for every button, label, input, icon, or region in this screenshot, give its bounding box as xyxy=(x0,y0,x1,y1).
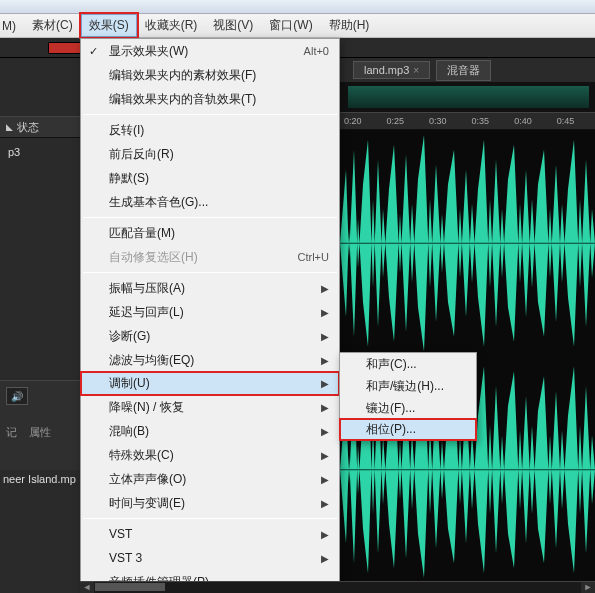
menu-item-label: 特殊效果(C) xyxy=(109,447,174,464)
menu-item-window[interactable]: 窗口(W) xyxy=(261,14,320,37)
ruler-mark: 0:25 xyxy=(387,116,405,126)
menu-item[interactable]: ✓显示效果夹(W)Alt+0 xyxy=(81,39,339,63)
scroll-track[interactable] xyxy=(94,582,581,593)
menu-item[interactable]: 降噪(N) / 恢复▶ xyxy=(81,395,339,419)
menu-item-label: 混响(B) xyxy=(109,423,149,440)
menu-item[interactable]: 混响(B)▶ xyxy=(81,419,339,443)
panel-header-status[interactable]: ◣ 状态 xyxy=(0,116,80,138)
status-label: 状态 xyxy=(17,120,39,135)
submenu-arrow-icon: ▶ xyxy=(321,355,329,366)
menu-item-effects[interactable]: 效果(S) xyxy=(81,14,137,37)
menu-item-label: 生成基本音色(G)... xyxy=(109,194,208,211)
menu-item-label: 降噪(N) / 恢复 xyxy=(109,399,184,416)
menu-item[interactable]: 振幅与压限(A)▶ xyxy=(81,276,339,300)
menu-separator xyxy=(83,518,337,519)
menu-item[interactable]: 编辑效果夹内的素材效果(F) xyxy=(81,63,339,87)
menu-item[interactable]: 特殊效果(C)▶ xyxy=(81,443,339,467)
horizontal-scrollbar[interactable]: ◄ ► xyxy=(80,581,595,593)
submenu-item[interactable]: 和声(C)... xyxy=(340,353,476,375)
menu-item[interactable]: 反转(I) xyxy=(81,118,339,142)
submenu-item[interactable]: 相位(P)... xyxy=(340,419,476,440)
mixer-tab-label: 混音器 xyxy=(447,63,480,78)
menu-item-label: 延迟与回声(L) xyxy=(109,304,184,321)
menu-item[interactable]: 匹配音量(M) xyxy=(81,221,339,245)
menu-item: 自动修复选区(H)Ctrl+U xyxy=(81,245,339,269)
bottom-filename: neer Island.mp xyxy=(0,470,80,488)
menu-shortcut: Alt+0 xyxy=(304,45,329,57)
close-icon[interactable]: × xyxy=(413,65,419,76)
menu-item-label: VST xyxy=(109,527,132,541)
file-item[interactable]: p3 xyxy=(8,144,72,160)
file-tab-label: land.mp3 xyxy=(364,64,409,76)
submenu-item[interactable]: 和声/镶边(H)... xyxy=(340,375,476,397)
speaker-icon[interactable]: 🔊 xyxy=(6,387,28,405)
menu-item-label: 调制(U) xyxy=(109,375,150,392)
menu-item-label: 立体声声像(O) xyxy=(109,471,186,488)
menu-item[interactable]: 时间与变调(E)▶ xyxy=(81,491,339,515)
ruler-mark: 0:30 xyxy=(429,116,447,126)
menu-item[interactable]: 滤波与均衡(EQ)▶ xyxy=(81,348,339,372)
file-tab[interactable]: land.mp3 × xyxy=(353,61,430,79)
menu-item-label: 反转(I) xyxy=(109,122,144,139)
menu-item-help[interactable]: 帮助(H) xyxy=(321,14,378,37)
menu-item-label: 诊断(G) xyxy=(109,328,150,345)
menu-item[interactable]: 诊断(G)▶ xyxy=(81,324,339,348)
submenu-arrow-icon: ▶ xyxy=(321,402,329,413)
ruler-mark: 0:40 xyxy=(514,116,532,126)
menu-item-label: 时间与变调(E) xyxy=(109,495,185,512)
menu-item-label: 前后反向(R) xyxy=(109,146,174,163)
menu-item-label: 匹配音量(M) xyxy=(109,225,175,242)
scroll-thumb[interactable] xyxy=(95,583,165,591)
ruler-mark: 0:45 xyxy=(557,116,575,126)
files-list: p3 xyxy=(0,138,80,166)
menu-item[interactable]: 调制(U)▶ xyxy=(81,372,339,395)
scroll-left-icon[interactable]: ◄ xyxy=(80,582,94,593)
menu-item-label: 编辑效果夹内的音轨效果(T) xyxy=(109,91,256,108)
tab-record[interactable]: 记 xyxy=(0,423,23,442)
waveform-overview[interactable] xyxy=(340,82,595,112)
menu-item-label: 滤波与均衡(EQ) xyxy=(109,352,194,369)
menu-shortcut: Ctrl+U xyxy=(298,251,329,263)
left-panel: ◣ 状态 p3 xyxy=(0,58,80,593)
menu-item[interactable]: 延迟与回声(L)▶ xyxy=(81,300,339,324)
menu-item[interactable]: 静默(S) xyxy=(81,166,339,190)
ruler-mark: 0:35 xyxy=(472,116,490,126)
menu-item-label: 显示效果夹(W) xyxy=(109,43,188,60)
menu-separator xyxy=(83,217,337,218)
mixer-tab[interactable]: 混音器 xyxy=(436,60,491,81)
menu-item[interactable]: VST▶ xyxy=(81,522,339,546)
menu-item[interactable]: M) xyxy=(2,16,24,36)
effects-dropdown-menu: ✓显示效果夹(W)Alt+0编辑效果夹内的素材效果(F)编辑效果夹内的音轨效果(… xyxy=(80,38,340,593)
submenu-arrow-icon: ▶ xyxy=(321,474,329,485)
scroll-right-icon[interactable]: ► xyxy=(581,582,595,593)
menu-item-material[interactable]: 素材(C) xyxy=(24,14,81,37)
menu-item[interactable]: 生成基本音色(G)... xyxy=(81,190,339,214)
menu-item-view[interactable]: 视图(V) xyxy=(205,14,261,37)
submenu-item-label: 镶边(F)... xyxy=(366,400,415,417)
submenu-arrow-icon: ▶ xyxy=(321,378,329,389)
menu-item[interactable]: 前后反向(R) xyxy=(81,142,339,166)
submenu-arrow-icon: ▶ xyxy=(321,426,329,437)
menu-bar: M) 素材(C) 效果(S) 收藏夹(R) 视图(V) 窗口(W) 帮助(H) xyxy=(0,14,595,38)
menu-item-label: 自动修复选区(H) xyxy=(109,249,198,266)
triangle-icon: ◣ xyxy=(6,122,13,132)
time-ruler[interactable]: 0:20 0:25 0:30 0:35 0:40 0:45 0:50 0:5 xyxy=(340,112,595,130)
menu-item-label: 振幅与压限(A) xyxy=(109,280,185,297)
submenu-arrow-icon: ▶ xyxy=(321,331,329,342)
submenu-item[interactable]: 镶边(F)... xyxy=(340,397,476,419)
waveform-area: land.mp3 × 混音器 0:20 0:25 0:30 0:35 0:40 … xyxy=(340,58,595,593)
check-icon: ✓ xyxy=(89,45,98,58)
menu-item[interactable]: 编辑效果夹内的音轨效果(T) xyxy=(81,87,339,111)
submenu-arrow-icon: ▶ xyxy=(321,498,329,509)
submenu-arrow-icon: ▶ xyxy=(321,307,329,318)
menu-item-favorites[interactable]: 收藏夹(R) xyxy=(137,14,206,37)
window-titlebar xyxy=(0,0,595,14)
menu-item[interactable]: 立体声声像(O)▶ xyxy=(81,467,339,491)
menu-item[interactable]: VST 3▶ xyxy=(81,546,339,570)
submenu-item-label: 和声/镶边(H)... xyxy=(366,378,444,395)
menu-item-label: VST 3 xyxy=(109,551,142,565)
track-panel: 🔊 记 属性 xyxy=(0,380,80,480)
submenu-item-label: 和声(C)... xyxy=(366,356,417,373)
tab-properties[interactable]: 属性 xyxy=(23,423,57,442)
menu-item-label: 静默(S) xyxy=(109,170,149,187)
